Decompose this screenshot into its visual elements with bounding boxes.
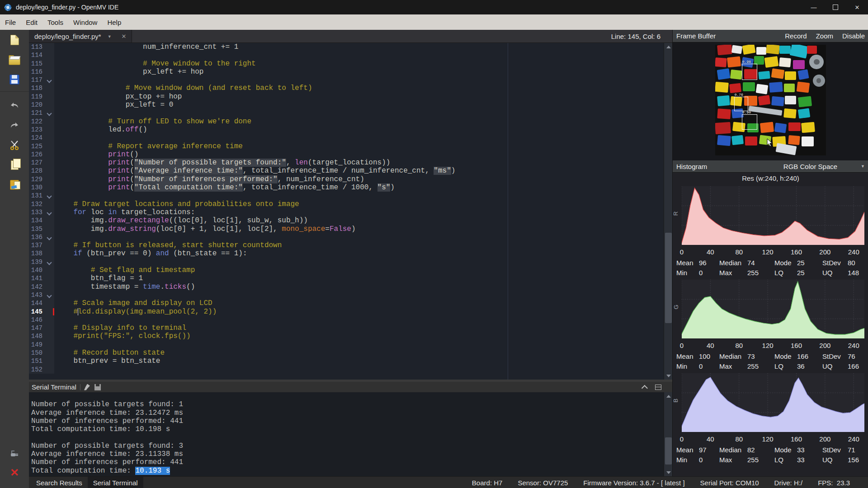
code-line-130[interactable]: 130 print("Total computation time:", tot… [29, 183, 672, 192]
menu-item-file[interactable]: File [0, 14, 21, 30]
code-line-123[interactable]: 123 led.off() [29, 126, 672, 134]
terminal-scrollbar[interactable] [664, 392, 673, 476]
line-number: 149 [29, 341, 45, 349]
status-bar: Search ResultsSerial Terminal Board: H7S… [0, 476, 868, 488]
maximize-button[interactable] [825, 0, 846, 14]
code-line-119[interactable]: 119 px_top += hop [29, 93, 672, 101]
tab-lego-finder[interactable]: deploy/lego_finder.py* ▼ ✕ [29, 30, 132, 42]
code-line-146[interactable]: 146 [29, 316, 672, 324]
colorspace-dropdown[interactable]: RGB Color Space ▼ [783, 163, 868, 170]
code-line-135[interactable]: 135 img.draw_string(loc[0] + 1, loc[1], … [29, 225, 672, 233]
code-line-145[interactable]: 145 #lcd.display(img.mean_pool(2, 2)) [29, 308, 672, 316]
code-line-149[interactable]: 149 [29, 341, 672, 349]
terminal-scroll-up-arrow[interactable] [664, 392, 673, 400]
code-line-147[interactable]: 147 # Display info to terminal [29, 324, 672, 332]
fold-chevron-icon[interactable] [45, 76, 54, 84]
lego-piece [783, 108, 797, 118]
menu-item-edit[interactable]: Edit [21, 14, 42, 30]
code-line-143[interactable]: 143 [29, 291, 672, 299]
scroll-up-arrow[interactable] [664, 43, 673, 51]
code-line-140[interactable]: 140 # Set flag and timestamp [29, 266, 672, 274]
code-line-115[interactable]: 115 # Move window to the right [29, 60, 672, 68]
lego-piece [798, 96, 812, 108]
code-line-132[interactable]: 132 # Draw target locations and probabil… [29, 200, 672, 208]
code-line-114[interactable]: 114 [29, 51, 672, 59]
minimize-button[interactable]: — [803, 0, 825, 14]
redo-button[interactable] [0, 115, 29, 135]
code-line-121[interactable]: 121 [29, 109, 672, 117]
code-line-131[interactable]: 131 [29, 192, 672, 200]
fold-chevron-icon[interactable] [45, 208, 54, 216]
channel-label-g: G [673, 305, 679, 309]
code-line-133[interactable]: 133 for loc in target_locations: [29, 208, 672, 216]
editor-scrollbar[interactable] [664, 43, 673, 380]
stat-min: Min0 [676, 456, 719, 464]
menu-item-help[interactable]: Help [102, 14, 126, 30]
code-line-129[interactable]: 129 print("Number of inferences performe… [29, 175, 672, 183]
code-line-125[interactable]: 125 # Report average inference time [29, 142, 672, 150]
code-line-138[interactable]: 138 if (btn_prev == 0) and (btn_state ==… [29, 249, 672, 258]
save-file-button[interactable] [0, 70, 29, 89]
code-line-137[interactable]: 137 # If button is released, start shutt… [29, 241, 672, 249]
code-line-136[interactable]: 136 [29, 233, 672, 241]
code-line-151[interactable]: 151 btn_prev = btn_state [29, 357, 672, 365]
open-file-button[interactable] [0, 50, 29, 70]
save-log-icon[interactable] [94, 384, 101, 390]
fold-chevron-icon[interactable] [45, 291, 54, 299]
new-file-button[interactable] [0, 30, 29, 50]
code-text: #print("FPS:", clock.fps()) [54, 332, 191, 340]
fold-column [45, 216, 54, 225]
collapse-terminal-icon[interactable] [642, 385, 648, 391]
connect-button[interactable] [0, 445, 29, 465]
bottom-tab-serial-terminal[interactable]: Serial Terminal [88, 477, 143, 488]
code-line-142[interactable]: 142 timestamp = time.ticks() [29, 283, 672, 291]
menu-item-window[interactable]: Window [68, 14, 102, 30]
fold-chevron-icon[interactable] [45, 233, 54, 241]
code-line-144[interactable]: 144 # Scale image and display on LCD [29, 299, 672, 307]
terminal-scroll-down-arrow[interactable] [664, 469, 673, 476]
clear-terminal-icon[interactable] [84, 384, 90, 390]
code-line-113[interactable]: 113 num_inference_cnt += 1 [29, 43, 672, 51]
tab-close-icon[interactable]: ✕ [120, 33, 128, 40]
code-line-134[interactable]: 134 img.draw_rectangle((loc[0], loc[1], … [29, 216, 672, 225]
code-line-150[interactable]: 150 # Record button state [29, 349, 672, 357]
code-line-120[interactable]: 120 px_left = 0 [29, 101, 672, 109]
line-number: 135 [29, 225, 45, 233]
code-line-116[interactable]: 116 px_left += hop [29, 68, 672, 76]
tab-dropdown-icon[interactable]: ▼ [108, 34, 112, 39]
code-line-122[interactable]: 122 # Turn off LED to show we're done [29, 117, 672, 126]
terminal-line: Total computation time: 10.198 s [29, 425, 664, 433]
panel-layout-icon[interactable] [655, 385, 661, 390]
code-line-124[interactable]: 124 [29, 134, 672, 142]
bottom-tab-search-results[interactable]: Search Results [31, 477, 88, 488]
code-line-117[interactable]: 117 [29, 76, 672, 84]
fold-chevron-icon[interactable] [45, 258, 54, 266]
code-line-126[interactable]: 126 print() [29, 150, 672, 159]
code-line-141[interactable]: 141 btn_flag = 1 [29, 274, 672, 282]
lego-piece [742, 45, 756, 55]
code-line-148[interactable]: 148 #print("FPS:", clock.fps()) [29, 332, 672, 340]
code-line-118[interactable]: 118 # Move window down (and reset back t… [29, 84, 672, 92]
code-line-139[interactable]: 139 [29, 258, 672, 266]
scroll-down-arrow[interactable] [664, 372, 673, 380]
copy-button[interactable] [0, 155, 29, 175]
zoom-button[interactable]: Zoom [816, 32, 833, 40]
disconnect-button[interactable]: ✕ [0, 463, 29, 483]
paste-button[interactable] [0, 175, 29, 195]
menu-item-tools[interactable]: Tools [42, 14, 68, 30]
undo-button[interactable] [0, 95, 29, 115]
fold-chevron-icon[interactable] [45, 109, 54, 117]
terminal-scrollbar-thumb[interactable] [665, 437, 672, 465]
editor-scrollbar-thumb[interactable] [665, 233, 672, 323]
serial-terminal-output[interactable]: Number of possible targets found: 1Avera… [29, 392, 664, 476]
code-line-127[interactable]: 127 print("Number of possible targets fo… [29, 159, 672, 167]
fold-chevron-icon[interactable] [45, 192, 54, 200]
disable-button[interactable]: Disable [842, 32, 865, 40]
close-button[interactable]: ✕ [846, 0, 868, 14]
record-button[interactable]: Record [785, 32, 807, 40]
line-number: 115 [29, 60, 45, 68]
cut-button[interactable] [0, 135, 29, 155]
code-editor[interactable]: 113 num_inference_cnt += 1114115 # Move … [29, 43, 672, 380]
code-line-152[interactable]: 152 [29, 366, 672, 374]
code-line-128[interactable]: 128 print("Average inference time:", tot… [29, 167, 672, 175]
